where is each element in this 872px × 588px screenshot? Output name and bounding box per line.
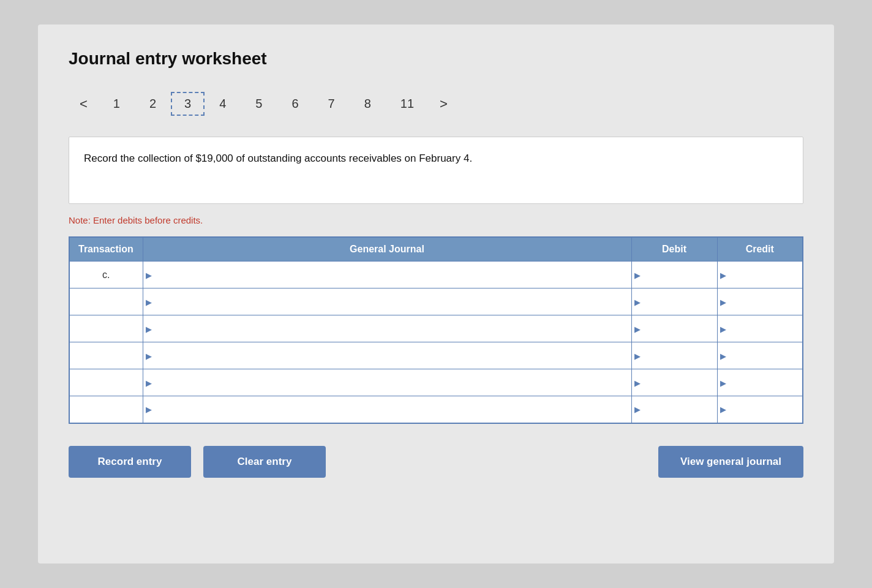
journal-input-3[interactable] xyxy=(143,342,631,369)
table-row: ▶▶▶ xyxy=(69,396,803,423)
debit-cell-3[interactable]: ▶ xyxy=(631,342,717,369)
journal-cell-0[interactable]: ▶ xyxy=(143,262,631,288)
nav-item-5[interactable]: 5 xyxy=(241,93,277,115)
journal-arrow-icon-1: ▶ xyxy=(146,297,152,306)
debit-input-1[interactable] xyxy=(632,288,717,315)
credit-arrow-icon-2: ▶ xyxy=(720,324,726,333)
table-row: ▶▶▶ xyxy=(69,342,803,369)
transaction-cell-2 xyxy=(69,315,143,342)
journal-table: Transaction General Journal Debit Credit… xyxy=(69,236,803,424)
header-general-journal: General Journal xyxy=(143,237,631,262)
credit-cell-5[interactable]: ▶ xyxy=(717,396,803,423)
transaction-cell-1 xyxy=(69,288,143,315)
journal-arrow-icon-0: ▶ xyxy=(146,270,152,279)
journal-cell-1[interactable]: ▶ xyxy=(143,288,631,315)
journal-arrow-icon-3: ▶ xyxy=(146,351,152,360)
journal-input-2[interactable] xyxy=(143,315,631,342)
table-row: ▶▶▶ xyxy=(69,288,803,315)
nav-item-4[interactable]: 4 xyxy=(205,93,241,115)
debit-arrow-icon-1: ▶ xyxy=(634,297,641,306)
credit-input-2[interactable] xyxy=(718,315,803,342)
credit-arrow-icon-1: ▶ xyxy=(720,297,726,306)
nav-item-8[interactable]: 8 xyxy=(350,93,386,115)
view-general-journal-button[interactable]: View general journal xyxy=(658,446,803,478)
debit-arrow-icon-3: ▶ xyxy=(634,351,641,360)
credit-arrow-icon-3: ▶ xyxy=(720,351,726,360)
journal-input-0[interactable] xyxy=(143,262,631,288)
transaction-cell-0: c. xyxy=(69,262,143,288)
description-box: Record the collection of $19,000 of outs… xyxy=(69,137,803,204)
prev-arrow[interactable]: < xyxy=(69,96,99,112)
main-container: Journal entry worksheet < 1 2 3 4 5 6 7 … xyxy=(38,24,834,564)
nav-item-2[interactable]: 2 xyxy=(135,93,171,115)
credit-input-3[interactable] xyxy=(718,342,803,369)
debit-input-5[interactable] xyxy=(632,396,717,423)
debit-arrow-icon-4: ▶ xyxy=(634,378,641,387)
journal-input-4[interactable] xyxy=(143,369,631,396)
header-credit: Credit xyxy=(717,237,803,262)
button-row: Record entry Clear entry View general jo… xyxy=(69,446,803,478)
nav-item-1[interactable]: 1 xyxy=(99,93,135,115)
nav-item-3[interactable]: 3 xyxy=(171,92,205,116)
credit-input-4[interactable] xyxy=(718,369,803,396)
table-row: c.▶▶▶ xyxy=(69,262,803,288)
nav-item-11[interactable]: 11 xyxy=(386,93,429,115)
transaction-cell-4 xyxy=(69,369,143,396)
debit-input-0[interactable] xyxy=(632,262,717,288)
nav-bar: < 1 2 3 4 5 6 7 8 11 > xyxy=(69,86,803,122)
description-text: Record the collection of $19,000 of outs… xyxy=(84,153,472,164)
debit-cell-2[interactable]: ▶ xyxy=(631,315,717,342)
credit-cell-2[interactable]: ▶ xyxy=(717,315,803,342)
header-debit: Debit xyxy=(631,237,717,262)
note-text: Note: Enter debits before credits. xyxy=(69,215,803,225)
table-row: ▶▶▶ xyxy=(69,315,803,342)
debit-arrow-icon-2: ▶ xyxy=(634,324,641,333)
journal-input-1[interactable] xyxy=(143,288,631,315)
journal-input-5[interactable] xyxy=(143,396,631,423)
debit-cell-1[interactable]: ▶ xyxy=(631,288,717,315)
transaction-cell-3 xyxy=(69,342,143,369)
credit-input-1[interactable] xyxy=(718,288,803,315)
record-entry-button[interactable]: Record entry xyxy=(69,446,191,478)
credit-cell-3[interactable]: ▶ xyxy=(717,342,803,369)
journal-cell-4[interactable]: ▶ xyxy=(143,369,631,396)
credit-arrow-icon-4: ▶ xyxy=(720,378,726,387)
table-row: ▶▶▶ xyxy=(69,369,803,396)
journal-cell-5[interactable]: ▶ xyxy=(143,396,631,423)
transaction-cell-5 xyxy=(69,396,143,423)
clear-entry-button[interactable]: Clear entry xyxy=(203,446,326,478)
debit-arrow-icon-0: ▶ xyxy=(634,270,641,279)
next-arrow[interactable]: > xyxy=(429,96,459,112)
journal-arrow-icon-5: ▶ xyxy=(146,405,152,414)
credit-cell-4[interactable]: ▶ xyxy=(717,369,803,396)
credit-cell-1[interactable]: ▶ xyxy=(717,288,803,315)
credit-input-5[interactable] xyxy=(718,396,803,423)
debit-input-4[interactable] xyxy=(632,369,717,396)
journal-arrow-icon-4: ▶ xyxy=(146,378,152,387)
header-transaction: Transaction xyxy=(69,237,143,262)
debit-input-3[interactable] xyxy=(632,342,717,369)
credit-cell-0[interactable]: ▶ xyxy=(717,262,803,288)
nav-item-7[interactable]: 7 xyxy=(314,93,350,115)
debit-cell-4[interactable]: ▶ xyxy=(631,369,717,396)
credit-arrow-icon-0: ▶ xyxy=(720,270,726,279)
nav-item-6[interactable]: 6 xyxy=(277,93,313,115)
debit-arrow-icon-5: ▶ xyxy=(634,405,641,414)
page-title: Journal entry worksheet xyxy=(69,49,803,69)
credit-arrow-icon-5: ▶ xyxy=(720,405,726,414)
journal-cell-3[interactable]: ▶ xyxy=(143,342,631,369)
debit-cell-0[interactable]: ▶ xyxy=(631,262,717,288)
debit-cell-5[interactable]: ▶ xyxy=(631,396,717,423)
journal-arrow-icon-2: ▶ xyxy=(146,324,152,333)
debit-input-2[interactable] xyxy=(632,315,717,342)
journal-cell-2[interactable]: ▶ xyxy=(143,315,631,342)
credit-input-0[interactable] xyxy=(718,262,803,288)
